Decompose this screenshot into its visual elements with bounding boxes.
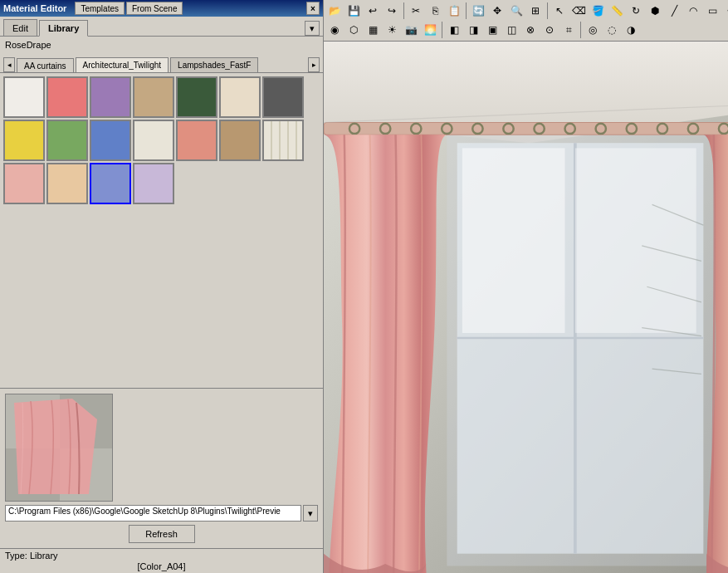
title-bar-left: Material Editor Templates From Scene — [3, 2, 183, 15]
svg-rect-26 — [575, 148, 696, 333]
toolbar-btn-ext5[interactable]: ⊗ — [521, 21, 540, 39]
toolbar-btn-open[interactable]: 📂 — [325, 2, 344, 20]
toolbar-btn-sky[interactable]: 🌅 — [421, 21, 439, 39]
library-tab-next[interactable]: ▸ — [308, 57, 320, 72]
3d-viewport[interactable] — [324, 42, 728, 573]
swatch-11[interactable] — [176, 120, 217, 161]
swatch-13[interactable] — [262, 120, 304, 161]
sep3 — [547, 2, 548, 19]
toolbar-btn-fog[interactable]: ◌ — [603, 21, 621, 39]
preview-path: C:\Program Files (x86)\Google\Google Ske… — [5, 505, 301, 522]
toolbar-btn-rotate[interactable]: ↻ — [627, 2, 645, 20]
toolbar-btn-zoom-ext[interactable]: ⊞ — [526, 2, 545, 20]
toolbar-btn-zoom[interactable]: 🔍 — [507, 2, 525, 20]
toolbar-btn-move[interactable]: ✛ — [722, 2, 728, 20]
swatches-grid — [3, 76, 320, 204]
toolbar-btn-cut[interactable]: ✂ — [407, 2, 425, 20]
toolbar-row-2: ◉ ⬡ ▦ ☀ 📷 🌅 ◧ ◨ ▣ ◫ ⊗ ⊙ ⌗ ◎ ◌ ◑ — [325, 21, 728, 39]
material-name: RoseDrape — [5, 40, 51, 50]
preview-area: C:\Program Files (x86)\Google\Google Ske… — [0, 388, 323, 548]
swatch-3[interactable] — [133, 76, 174, 118]
toolbar-btn-light[interactable]: ☀ — [383, 21, 401, 39]
material-name-row: RoseDrape — [0, 37, 323, 53]
viewport-panel: 📂 💾 ↩ ↪ ✂ ⎘ 📋 🔄 ✥ 🔍 ⊞ ↖ ⌫ 🪣 📏 ↻ ⬢ ╱ ◠ ▭ … — [324, 0, 728, 573]
toolbar-btn-render[interactable]: ◉ — [325, 21, 344, 39]
status-bar: Type: Library [Color_A04] — [0, 548, 323, 573]
library-tab-aa-curtains[interactable]: AA curtains — [17, 58, 74, 73]
color-label: [Color_A04] — [5, 561, 318, 571]
library-tab-lampshades[interactable]: Lampshades_FastF — [170, 57, 258, 72]
sep5 — [442, 22, 442, 38]
preview-path-row: C:\Program Files (x86)\Google\Google Ske… — [5, 505, 318, 522]
toolbar-btn-rect[interactable]: ▭ — [703, 2, 721, 20]
scene-svg — [324, 42, 728, 573]
toolbar-area: 📂 💾 ↩ ↪ ✂ ⎘ 📋 🔄 ✥ 🔍 ⊞ ↖ ⌫ 🪣 📏 ↻ ⬢ ╱ ◠ ▭ … — [324, 0, 728, 42]
toolbar-btn-measure[interactable]: 📏 — [608, 2, 626, 20]
preview-image — [5, 394, 113, 502]
swatch-2[interactable] — [90, 76, 131, 118]
toolbar-btn-redo[interactable]: ↪ — [383, 2, 401, 20]
close-button[interactable]: × — [306, 2, 320, 15]
swatch-17[interactable] — [133, 163, 174, 204]
sep6 — [580, 22, 581, 38]
toolbar-btn-undo[interactable]: ↩ — [364, 2, 382, 20]
preview-path-button[interactable]: ▾ — [303, 505, 318, 522]
toolbar-btn-orbit[interactable]: 🔄 — [469, 2, 487, 20]
sep1 — [403, 2, 404, 19]
toolbar-btn-copy[interactable]: ⎘ — [426, 2, 444, 20]
toolbar-btn-ext7[interactable]: ⌗ — [559, 21, 578, 39]
swatch-8[interactable] — [46, 120, 88, 161]
toolbar-btn-ext3[interactable]: ▣ — [483, 21, 501, 39]
toolbar-btn-paste[interactable]: 📋 — [445, 2, 463, 20]
swatch-7[interactable] — [3, 120, 45, 161]
toolbar-row-1: 📂 💾 ↩ ↪ ✂ ⎘ 📋 🔄 ✥ 🔍 ⊞ ↖ ⌫ 🪣 📏 ↻ ⬢ ╱ ◠ ▭ … — [325, 2, 728, 20]
toolbar-btn-shadow[interactable]: ◑ — [622, 21, 640, 39]
swatch-0[interactable] — [3, 76, 45, 118]
swatch-16[interactable] — [90, 163, 131, 204]
from-scene-button[interactable]: From Scene — [126, 2, 183, 15]
toolbar-btn-save[interactable]: 💾 — [344, 2, 363, 20]
toolbar-btn-mat[interactable]: ▦ — [364, 21, 382, 39]
swatch-5[interactable] — [219, 76, 261, 118]
dropdown-arrow[interactable]: ▾ — [305, 21, 320, 36]
toolbar-btn-ext6[interactable]: ⊙ — [540, 21, 559, 39]
swatch-6[interactable] — [262, 76, 304, 118]
toolbar-btn-ext2[interactable]: ◨ — [464, 21, 482, 39]
toolbar-btn-line[interactable]: ╱ — [665, 2, 683, 20]
toolbar-btn-push[interactable]: ⬢ — [646, 2, 664, 20]
swatch-14[interactable] — [3, 163, 45, 204]
toolbar-btn-select[interactable]: ↖ — [550, 2, 569, 20]
swatches-area — [0, 73, 323, 388]
type-label: Type: Library — [5, 551, 318, 561]
swatch-9[interactable] — [90, 120, 131, 161]
library-tab-prev[interactable]: ◂ — [3, 57, 15, 72]
templates-button[interactable]: Templates — [75, 2, 125, 15]
toolbar-btn-paint[interactable]: 🪣 — [589, 2, 607, 20]
title-bar: Material Editor Templates From Scene × — [0, 0, 323, 17]
preview-svg — [6, 394, 113, 502]
library-tabs: ◂ AA curtains Architectural_Twilight Lam… — [0, 53, 323, 73]
tab-library[interactable]: Library — [39, 20, 88, 37]
material-editor-panel: Material Editor Templates From Scene × E… — [0, 0, 324, 573]
window-title: Material Editor — [3, 3, 66, 13]
svg-rect-25 — [462, 148, 565, 333]
sep2 — [466, 2, 467, 19]
toolbar-btn-arc[interactable]: ◠ — [684, 2, 702, 20]
toolbar-btn-render2[interactable]: ⬡ — [344, 21, 363, 39]
refresh-button[interactable]: Refresh — [129, 525, 195, 543]
toolbar-btn-styles[interactable]: ◎ — [584, 21, 602, 39]
swatch-10[interactable] — [133, 120, 174, 161]
swatch-15[interactable] — [46, 163, 88, 204]
tabs-row: Edit Library ▾ — [0, 17, 323, 37]
swatch-4[interactable] — [176, 76, 217, 118]
toolbar-btn-cam[interactable]: 📷 — [402, 21, 420, 39]
toolbar-btn-pan[interactable]: ✥ — [488, 2, 506, 20]
swatch-12[interactable] — [219, 120, 261, 161]
toolbar-btn-ext1[interactable]: ◧ — [445, 21, 463, 39]
library-tab-arch-twilight[interactable]: Architectural_Twilight — [76, 57, 169, 72]
tab-edit[interactable]: Edit — [3, 19, 37, 36]
toolbar-btn-ext4[interactable]: ◫ — [502, 21, 520, 39]
swatch-1[interactable] — [46, 76, 88, 118]
toolbar-btn-erase[interactable]: ⌫ — [569, 2, 588, 20]
